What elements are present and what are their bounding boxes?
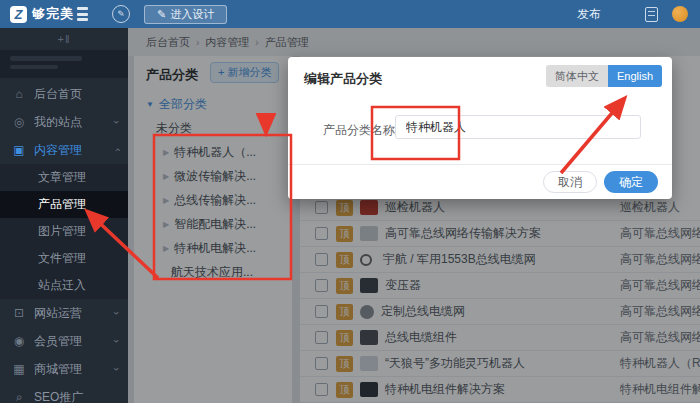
sidebar-menu: ⌂ 后台首页 ◎ 我的站点 › ▣ 内容管理 › 文章管理 产品管理 — [0, 80, 128, 403]
sidebar-item-dashboard[interactable]: ⌂ 后台首页 — [0, 80, 128, 108]
tab-english[interactable]: English — [608, 65, 662, 87]
publish-button[interactable]: 发布 — [577, 6, 601, 23]
sidebar-item-mall-mgmt[interactable]: ▦ 商城管理 › — [0, 355, 128, 383]
brand-logo[interactable]: Z 够完美 — [10, 5, 88, 23]
brand-logo-icon: Z — [10, 6, 27, 23]
content-icon: ▣ — [12, 143, 26, 157]
pencil-icon: ✎ — [157, 8, 166, 21]
globe-icon: ◎ — [12, 115, 26, 129]
edit-category-modal: 编辑产品分类 简体中文 English 产品分类名称 取消 确定 — [288, 57, 672, 199]
sidebar-item-content-mgmt[interactable]: ▣ 内容管理 › — [0, 136, 128, 164]
chevron-up-icon: › — [111, 148, 123, 152]
user-icon: ◉ — [12, 334, 26, 348]
search-icon: ⌕ — [12, 390, 26, 403]
cancel-button[interactable]: 取消 — [543, 171, 597, 193]
user-avatar[interactable] — [672, 6, 688, 22]
sidebar: +‖ ⌂ 后台首页 ◎ 我的站点 › ▣ 内容管理 › 文章管理 — [0, 28, 128, 403]
brand-name: 够完美 — [32, 5, 74, 23]
content-submenu: 文章管理 产品管理 图片管理 文件管理 站点迁入 — [0, 164, 128, 299]
site-info-placeholder — [0, 50, 128, 78]
brand-seal-icon — [77, 7, 88, 21]
sidebar-item-image-mgmt[interactable]: 图片管理 — [0, 218, 128, 245]
sidebar-item-member-mgmt[interactable]: ◉ 会员管理 › — [0, 327, 128, 355]
chevron-right-icon: › — [111, 367, 123, 371]
modal-footer-divider — [288, 164, 672, 165]
sidebar-item-site-migration[interactable]: 站点迁入 — [0, 272, 128, 299]
chevron-right-icon: › — [111, 311, 123, 315]
sidebar-item-seo[interactable]: ⌕ SEO推广 — [0, 383, 128, 403]
sidebar-item-article-mgmt[interactable]: 文章管理 — [0, 164, 128, 191]
sidebar-collapse-row: +‖ — [0, 28, 128, 50]
home-icon: ⌂ — [12, 87, 26, 101]
category-name-input[interactable] — [395, 115, 641, 139]
sidebar-item-site-operation[interactable]: ⊡ 网站运营 › — [0, 299, 128, 327]
monitor-icon: ⊡ — [12, 306, 26, 320]
sidebar-item-file-mgmt[interactable]: 文件管理 — [0, 245, 128, 272]
app-window: Z 够完美 ✎ ✎ 进入设计 发布 +‖ ⌂ 后台首页 ◎ — [0, 0, 700, 403]
enter-design-button[interactable]: ✎ 进入设计 — [144, 5, 227, 24]
modal-title: 编辑产品分类 — [304, 70, 382, 88]
confirm-button[interactable]: 确定 — [604, 171, 658, 193]
topbar-right: 发布 — [577, 6, 688, 23]
topbar: Z 够完美 ✎ ✎ 进入设计 发布 — [0, 0, 700, 28]
category-name-label: 产品分类名称 — [323, 122, 395, 139]
language-tabs: 简体中文 English — [546, 65, 662, 87]
edit-pencil-icon[interactable]: ✎ — [112, 5, 130, 23]
collapse-sidebar-icon[interactable]: +‖ — [58, 33, 71, 45]
tab-simplified-chinese[interactable]: 简体中文 — [546, 65, 608, 87]
sidebar-item-product-mgmt[interactable]: 产品管理 — [0, 191, 128, 218]
shop-icon: ▦ — [12, 362, 26, 376]
sidebar-item-my-sites[interactable]: ◎ 我的站点 › — [0, 108, 128, 136]
chevron-right-icon: › — [111, 120, 123, 124]
clipboard-icon[interactable] — [645, 7, 658, 22]
chevron-right-icon: › — [111, 339, 123, 343]
